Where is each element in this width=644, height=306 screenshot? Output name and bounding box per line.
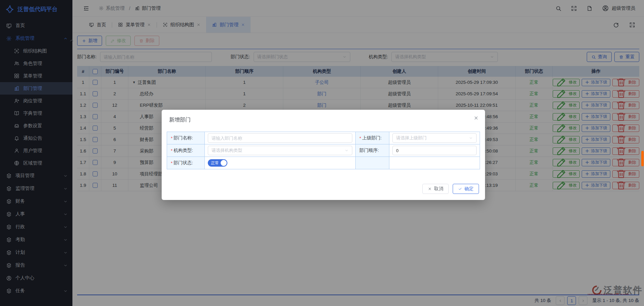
dept-order-cell [389, 144, 480, 157]
add-department-dialog: 新增部门 部门名称: 上级部门: 请选择上级部门 机构类型: 请选择机构类型 部… [162, 110, 485, 200]
chevron-down-icon [469, 136, 473, 140]
org-type-select[interactable]: 请选择机构类型 [208, 146, 352, 155]
check-icon [458, 187, 462, 191]
org-type-placeholder: 请选择机构类型 [212, 147, 345, 154]
org-type-label: 机构类型: [167, 144, 205, 157]
dept-order-label: 部门顺序: [356, 144, 389, 157]
dept-name-label: 部门名称: [167, 132, 205, 144]
scrollbar-thumb[interactable] [641, 151, 644, 166]
dept-status-toggle[interactable]: 正常 [208, 159, 227, 167]
parent-dept-label: 上级部门: [356, 132, 389, 144]
confirm-button-label: 确定 [464, 186, 474, 192]
close-icon[interactable] [474, 115, 479, 121]
parent-dept-placeholder: 请选择上级部门 [396, 135, 469, 141]
dept-name-cell [205, 132, 356, 144]
dept-name-input[interactable] [208, 133, 352, 143]
cancel-button[interactable]: 取消 [422, 184, 449, 194]
org-type-cell: 请选择机构类型 [205, 144, 356, 157]
dialog-title: 新增部门 [162, 110, 485, 124]
dialog-form: 部门名称: 上级部门: 请选择上级部门 机构类型: 请选择机构类型 部门顺序: … [167, 132, 480, 169]
dept-status-label: 部门状态: [167, 157, 205, 169]
chevron-down-icon [345, 148, 349, 152]
toggle-label: 正常 [211, 160, 219, 166]
dept-order-input[interactable] [392, 146, 477, 155]
empty-label-cell [356, 157, 389, 169]
empty-field-cell [389, 157, 480, 169]
dept-status-cell: 正常 [205, 157, 356, 169]
parent-dept-cell: 请选择上级部门 [389, 132, 480, 144]
parent-dept-select[interactable]: 请选择上级部门 [392, 133, 477, 143]
confirm-button[interactable]: 确定 [453, 184, 479, 194]
close-icon [428, 187, 432, 191]
cancel-button-label: 取消 [434, 186, 443, 192]
toggle-knob [221, 160, 227, 166]
dialog-footer: 取消 确定 [422, 184, 479, 194]
